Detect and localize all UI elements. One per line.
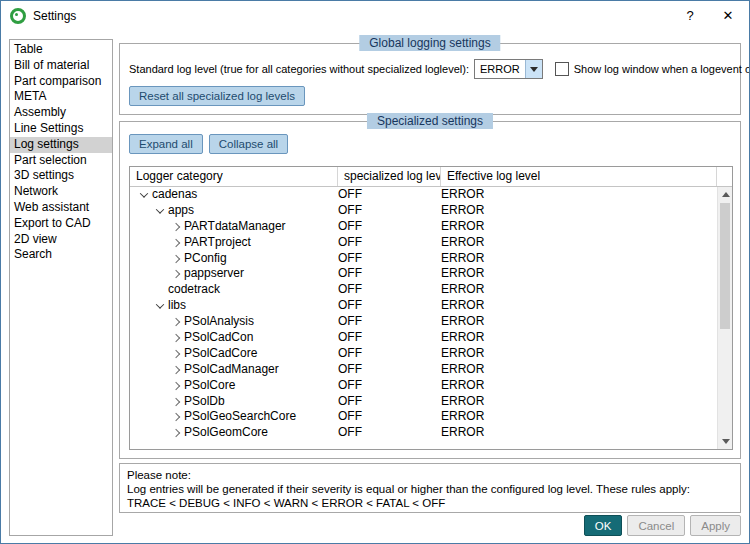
collapse-arrow-icon[interactable] [152, 298, 168, 314]
expand-arrow-icon[interactable] [168, 251, 184, 267]
tree-row-pappserver[interactable]: pappserverOFFERROR [130, 266, 717, 282]
chevron-down-icon[interactable] [525, 60, 542, 78]
close-button[interactable]: ✕ [717, 7, 739, 25]
settings-window: Settings ? ✕ TableBill of materialPart c… [0, 0, 750, 544]
sidebar-item-search[interactable]: Search [10, 247, 112, 263]
specialized-level-value: OFF [338, 219, 441, 235]
sidebar-item-export-to-cad[interactable]: Export to CAD [10, 216, 112, 232]
scrollbar-thumb[interactable] [720, 203, 730, 329]
specialized-level-value: OFF [338, 203, 441, 219]
effective-level-value: ERROR [441, 362, 717, 378]
expand-all-button[interactable]: Expand all [129, 134, 203, 154]
note-line-1: Please note: [127, 468, 733, 482]
vertical-scrollbar[interactable] [717, 187, 732, 449]
specialized-level-value: OFF [338, 346, 441, 362]
specialized-level-value: OFF [338, 425, 441, 441]
specialized-level-value: OFF [338, 298, 441, 314]
sidebar-item-log-settings[interactable]: Log settings [10, 137, 112, 153]
sidebar-item-2d-view[interactable]: 2D view [10, 232, 112, 248]
sidebar-item-network[interactable]: Network [10, 184, 112, 200]
logger-category-label: PSolGeoSearchCore [184, 409, 296, 425]
sidebar-item-web-assistant[interactable]: Web assistant [10, 200, 112, 216]
column-header-effective-level[interactable]: Effective log level [441, 167, 717, 186]
tree-row-partdatamanager[interactable]: PARTdataManagerOFFERROR [130, 219, 717, 235]
specialized-level-value: OFF [338, 235, 441, 251]
effective-level-value: ERROR [441, 282, 717, 298]
tree-row-psolcadcore[interactable]: PSolCadCoreOFFERROR [130, 346, 717, 362]
logger-category-label: pappserver [184, 266, 244, 282]
scroll-down-icon[interactable] [718, 434, 733, 449]
expand-arrow-icon[interactable] [168, 378, 184, 394]
collapse-arrow-icon[interactable] [136, 187, 152, 203]
tree-row-psolcore[interactable]: PSolCoreOFFERROR [130, 378, 717, 394]
tree-row-psolcadcon[interactable]: PSolCadConOFFERROR [130, 330, 717, 346]
show-log-window-option[interactable]: Show log window when a logevent occur [555, 62, 750, 76]
expand-arrow-icon[interactable] [168, 362, 184, 378]
tree-row-psoldb[interactable]: PSolDbOFFERROR [130, 394, 717, 410]
tree-row-psolanalysis[interactable]: PSolAnalysisOFFERROR [130, 314, 717, 330]
logger-tree-table: Logger category specialized log level Ef… [129, 166, 733, 450]
expand-arrow-icon[interactable] [168, 330, 184, 346]
logger-category-label: cadenas [152, 187, 197, 203]
expand-arrow-icon[interactable] [168, 314, 184, 330]
sidebar-item-line-settings[interactable]: Line Settings [10, 121, 112, 137]
specialized-level-value: OFF [338, 187, 441, 203]
tree-row-codetrack[interactable]: codetrackOFFERROR [130, 282, 717, 298]
sidebar-item-bill-of-material[interactable]: Bill of material [10, 58, 112, 74]
effective-level-value: ERROR [441, 266, 717, 282]
specialized-level-value: OFF [338, 330, 441, 346]
apply-button[interactable]: Apply [690, 515, 741, 536]
tree-row-apps[interactable]: appsOFFERROR [130, 203, 717, 219]
show-log-window-label: Show log window when a logevent occur [574, 63, 750, 75]
sidebar-item-table[interactable]: Table [10, 42, 112, 58]
effective-level-value: ERROR [441, 187, 717, 203]
specialized-level-value: OFF [338, 251, 441, 267]
tree-row-psolcadmanager[interactable]: PSolCadManagerOFFERROR [130, 362, 717, 378]
show-log-window-checkbox[interactable] [555, 62, 569, 76]
ok-button[interactable]: OK [584, 515, 623, 536]
logger-category-label: PARTproject [184, 235, 251, 251]
tree-row-psolgeosearchcore[interactable]: PSolGeoSearchCoreOFFERROR [130, 409, 717, 425]
tree-row-partproject[interactable]: PARTprojectOFFERROR [130, 235, 717, 251]
column-header-specialized-level[interactable]: specialized log level [338, 167, 441, 186]
sidebar-item-3d-settings[interactable]: 3D settings [10, 168, 112, 184]
title-bar: Settings ? ✕ [1, 1, 749, 31]
specialized-level-value: OFF [338, 362, 441, 378]
effective-level-value: ERROR [441, 203, 717, 219]
sidebar: TableBill of materialPart comparisonMETA… [9, 39, 113, 536]
expand-arrow-icon[interactable] [168, 409, 184, 425]
sidebar-item-part-comparison[interactable]: Part comparison [10, 74, 112, 90]
global-logging-group: Global logging settings Standard log lev… [119, 43, 741, 115]
log-level-select[interactable]: ERROR [474, 59, 543, 79]
sidebar-item-part-selection[interactable]: Part selection [10, 153, 112, 169]
collapse-arrow-icon[interactable] [152, 203, 168, 219]
expand-arrow-icon[interactable] [168, 219, 184, 235]
cancel-button[interactable]: Cancel [627, 515, 685, 536]
tree-row-psolgeomcore[interactable]: PSolGeomCoreOFFERROR [130, 425, 717, 441]
effective-level-value: ERROR [441, 298, 717, 314]
expand-arrow-icon[interactable] [168, 394, 184, 410]
scroll-up-icon[interactable] [718, 187, 733, 202]
expand-arrow-icon[interactable] [168, 235, 184, 251]
specialized-level-value: OFF [338, 394, 441, 410]
expand-arrow-icon[interactable] [168, 346, 184, 362]
effective-level-value: ERROR [441, 219, 717, 235]
specialized-settings-group: Specialized settings Expand all Collapse… [119, 121, 741, 459]
collapse-all-button[interactable]: Collapse all [209, 134, 288, 154]
help-button[interactable]: ? [679, 7, 701, 25]
specialized-level-value: OFF [338, 282, 441, 298]
expand-arrow-icon[interactable] [168, 266, 184, 282]
reset-specialized-levels-button[interactable]: Reset all specialized log levels [129, 86, 305, 106]
note-box: Please note: Log entries will be generat… [119, 463, 741, 513]
sidebar-item-assembly[interactable]: Assembly [10, 105, 112, 121]
effective-level-value: ERROR [441, 346, 717, 362]
tree-row-pconfig[interactable]: PConfigOFFERROR [130, 251, 717, 267]
column-header-logger-category[interactable]: Logger category [130, 167, 338, 186]
expand-arrow-icon[interactable] [168, 425, 184, 441]
tree-toolbar: Expand all Collapse all [129, 134, 288, 154]
sidebar-item-meta[interactable]: META [10, 89, 112, 105]
tree-row-cadenas[interactable]: cadenasOFFERROR [130, 187, 717, 203]
effective-level-value: ERROR [441, 394, 717, 410]
logger-category-label: libs [168, 298, 186, 314]
tree-row-libs[interactable]: libsOFFERROR [130, 298, 717, 314]
